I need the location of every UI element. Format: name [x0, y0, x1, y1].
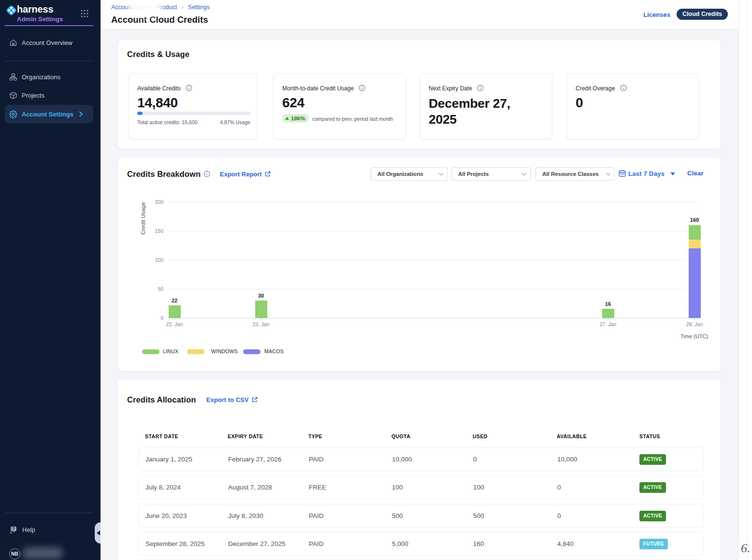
svg-text:?: ?: [13, 526, 15, 531]
